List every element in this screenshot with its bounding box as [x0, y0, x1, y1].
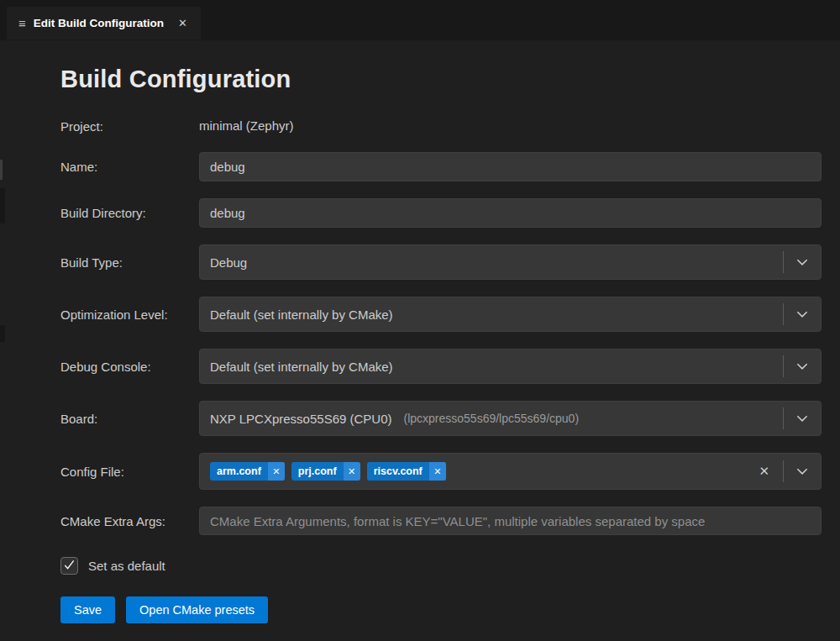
config-file-label: Config File:: [60, 465, 199, 479]
board-detail: (lpcxpresso55s69/lpc55s69/cpu0): [404, 412, 580, 425]
tab-title: Edit Build Configuration: [34, 17, 164, 29]
chip-label: prj.conf: [291, 465, 344, 477]
tab-edit-build-configuration[interactable]: ≡ Edit Build Configuration ✕: [7, 7, 201, 39]
board-value: NXP LPCXpresso55S69 (CPU0): [210, 412, 392, 426]
build-type-value: Debug: [210, 255, 247, 270]
build-directory-label: Build Directory:: [60, 206, 199, 220]
chevron-down-icon[interactable]: [784, 349, 821, 383]
left-edge-decoration: [0, 188, 5, 223]
debug-console-row: Debug Console: Default (set internally b…: [60, 349, 822, 384]
name-row: Name:: [60, 152, 822, 181]
config-chip[interactable]: arm.conf ✕: [210, 462, 285, 481]
debug-console-value: Default (set internally by CMake): [210, 360, 393, 374]
chip-close-icon[interactable]: ✕: [344, 462, 360, 481]
editor-tab-bar: ≡ Edit Build Configuration ✕: [0, 0, 840, 40]
chevron-down-icon[interactable]: [784, 245, 821, 279]
board-label: Board:: [60, 412, 199, 426]
cmake-extra-args-label: CMake Extra Args:: [60, 514, 199, 528]
board-row: Board: NXP LPCXpresso55S69 (CPU0) (lpcxp…: [60, 401, 822, 436]
action-buttons: Save Open CMake presets: [60, 596, 822, 623]
config-file-select[interactable]: arm.conf ✕ prj.conf ✕ riscv.conf ✕ ✕: [199, 453, 822, 490]
config-file-row: Config File: arm.conf ✕ prj.conf ✕ riscv…: [60, 453, 822, 490]
config-chip[interactable]: prj.conf ✕: [291, 462, 360, 481]
build-type-select[interactable]: Debug: [199, 244, 822, 280]
name-label: Name:: [60, 160, 199, 174]
save-button[interactable]: Save: [60, 596, 115, 623]
chevron-down-icon[interactable]: [784, 454, 821, 489]
debug-console-select[interactable]: Default (set internally by CMake): [199, 349, 822, 384]
config-file-chips: arm.conf ✕ prj.conf ✕ riscv.conf ✕: [210, 462, 446, 481]
left-edge-decoration: [0, 325, 5, 342]
chevron-down-icon[interactable]: [784, 297, 821, 331]
project-value: minimal (Zephyr): [199, 118, 294, 133]
debug-console-label: Debug Console:: [60, 360, 199, 374]
cmake-extra-args-input[interactable]: [199, 507, 822, 535]
build-type-row: Build Type: Debug: [60, 244, 822, 280]
optimization-level-value: Default (set internally by CMake): [210, 307, 393, 322]
build-directory-input[interactable]: [199, 198, 822, 228]
list-icon: ≡: [18, 17, 26, 29]
build-type-label: Build Type:: [60, 255, 199, 270]
chip-close-icon[interactable]: ✕: [429, 462, 446, 481]
set-as-default-label: Set as default: [88, 559, 165, 573]
board-select[interactable]: NXP LPCXpresso55S69 (CPU0) (lpcxpresso55…: [199, 401, 822, 436]
optimization-level-select[interactable]: Default (set internally by CMake): [199, 297, 822, 332]
chip-label: riscv.conf: [367, 465, 429, 477]
clear-all-icon[interactable]: ✕: [745, 464, 783, 479]
set-as-default-checkbox[interactable]: [60, 557, 78, 575]
project-row: Project: minimal (Zephyr): [60, 118, 822, 134]
chip-close-icon[interactable]: ✕: [268, 462, 285, 481]
project-label: Project:: [60, 119, 199, 134]
build-configuration-form: Build Configuration Project: minimal (Ze…: [0, 40, 840, 623]
set-as-default-row: Set as default: [60, 557, 822, 575]
chip-label: arm.conf: [210, 465, 268, 477]
tab-close-icon[interactable]: ✕: [175, 15, 191, 31]
open-cmake-presets-button[interactable]: Open CMake presets: [126, 596, 268, 623]
page-title: Build Configuration: [60, 66, 822, 93]
name-input[interactable]: [199, 152, 822, 181]
chevron-down-icon[interactable]: [784, 402, 821, 435]
config-chip[interactable]: riscv.conf ✕: [367, 462, 446, 481]
left-edge-decoration: [0, 160, 3, 180]
optimization-level-label: Optimization Level:: [60, 307, 199, 322]
build-directory-row: Build Directory:: [60, 198, 822, 228]
optimization-level-row: Optimization Level: Default (set interna…: [60, 297, 822, 332]
cmake-extra-args-row: CMake Extra Args:: [60, 507, 822, 535]
